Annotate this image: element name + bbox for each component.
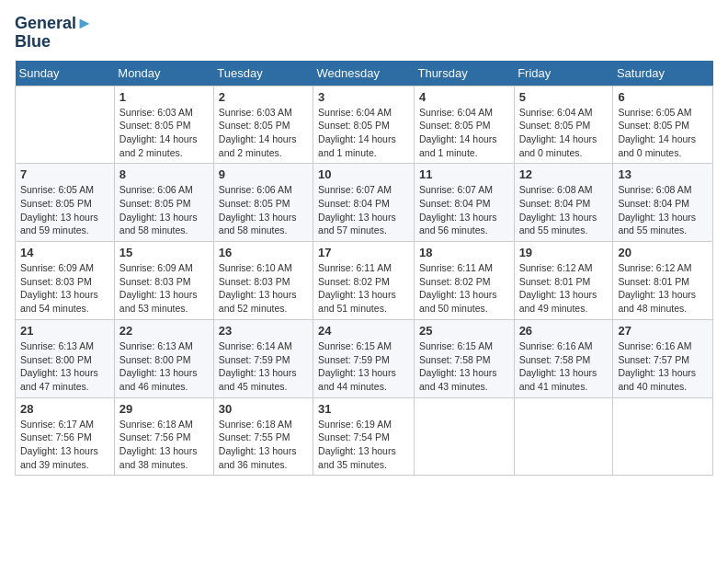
day-info: Sunrise: 6:11 AM Sunset: 8:02 PM Dayligh…: [318, 261, 409, 316]
day-number: 22: [119, 324, 209, 338]
day-info: Sunrise: 6:14 AM Sunset: 7:59 PM Dayligh…: [219, 339, 308, 394]
day-number: 26: [519, 324, 609, 338]
calendar-cell: 31Sunrise: 6:19 AM Sunset: 7:54 PM Dayli…: [313, 397, 415, 476]
day-number: 17: [318, 246, 409, 259]
day-number: 16: [219, 246, 308, 259]
calendar-cell: 8Sunrise: 6:06 AM Sunset: 8:05 PM Daylig…: [114, 164, 213, 242]
calendar-cell: 26Sunrise: 6:16 AM Sunset: 7:58 PM Dayli…: [514, 319, 613, 397]
day-info: Sunrise: 6:15 AM Sunset: 7:59 PM Dayligh…: [318, 339, 409, 394]
calendar-cell: 17Sunrise: 6:11 AM Sunset: 8:02 PM Dayli…: [313, 242, 415, 320]
day-info: Sunrise: 6:07 AM Sunset: 8:04 PM Dayligh…: [318, 183, 409, 237]
calendar-week-4: 21Sunrise: 6:13 AM Sunset: 8:00 PM Dayli…: [16, 319, 713, 397]
calendar-cell: 24Sunrise: 6:15 AM Sunset: 7:59 PM Dayli…: [313, 319, 415, 397]
day-info: Sunrise: 6:04 AM Sunset: 8:05 PM Dayligh…: [318, 106, 409, 160]
logo-text: General►Blue: [15, 15, 93, 52]
calendar-cell: 18Sunrise: 6:11 AM Sunset: 8:02 PM Dayli…: [414, 242, 514, 320]
calendar-cell: 28Sunrise: 6:17 AM Sunset: 7:56 PM Dayli…: [16, 397, 115, 476]
calendar-cell: [514, 397, 613, 476]
day-number: 4: [419, 90, 509, 104]
day-number: 30: [219, 402, 308, 416]
day-number: 18: [419, 246, 509, 259]
day-number: 8: [119, 167, 209, 181]
day-number: 2: [219, 90, 308, 104]
day-number: 14: [20, 246, 109, 259]
day-number: 19: [519, 246, 609, 259]
day-info: Sunrise: 6:12 AM Sunset: 8:01 PM Dayligh…: [618, 261, 708, 316]
day-info: Sunrise: 6:08 AM Sunset: 8:04 PM Dayligh…: [519, 183, 609, 237]
calendar-cell: 29Sunrise: 6:18 AM Sunset: 7:56 PM Dayli…: [114, 397, 213, 476]
calendar-cell: 7Sunrise: 6:05 AM Sunset: 8:05 PM Daylig…: [16, 164, 115, 242]
day-number: 15: [119, 246, 209, 259]
calendar-cell: 30Sunrise: 6:18 AM Sunset: 7:55 PM Dayli…: [213, 397, 313, 476]
weekday-header-thursday: Thursday: [414, 61, 514, 86]
day-info: Sunrise: 6:08 AM Sunset: 8:04 PM Dayligh…: [618, 183, 708, 237]
calendar-cell: 1Sunrise: 6:03 AM Sunset: 8:05 PM Daylig…: [114, 86, 213, 164]
day-info: Sunrise: 6:18 AM Sunset: 7:55 PM Dayligh…: [219, 418, 308, 472]
weekday-header-friday: Friday: [514, 61, 613, 86]
day-info: Sunrise: 6:05 AM Sunset: 8:05 PM Dayligh…: [20, 183, 109, 237]
day-number: 11: [419, 167, 509, 181]
day-info: Sunrise: 6:12 AM Sunset: 8:01 PM Dayligh…: [519, 261, 609, 316]
day-info: Sunrise: 6:06 AM Sunset: 8:05 PM Dayligh…: [119, 183, 209, 237]
calendar-cell: [613, 397, 713, 476]
day-info: Sunrise: 6:15 AM Sunset: 7:58 PM Dayligh…: [419, 339, 509, 394]
calendar-cell: 2Sunrise: 6:03 AM Sunset: 8:05 PM Daylig…: [213, 86, 313, 164]
calendar-cell: 21Sunrise: 6:13 AM Sunset: 8:00 PM Dayli…: [16, 319, 115, 397]
day-number: 6: [618, 90, 708, 104]
calendar-cell: 15Sunrise: 6:09 AM Sunset: 8:03 PM Dayli…: [114, 242, 213, 320]
day-info: Sunrise: 6:11 AM Sunset: 8:02 PM Dayligh…: [419, 261, 509, 316]
day-info: Sunrise: 6:16 AM Sunset: 7:58 PM Dayligh…: [519, 339, 609, 394]
calendar-cell: 20Sunrise: 6:12 AM Sunset: 8:01 PM Dayli…: [613, 242, 713, 320]
weekday-header-row: SundayMondayTuesdayWednesdayThursdayFrid…: [16, 61, 713, 86]
calendar-cell: 5Sunrise: 6:04 AM Sunset: 8:05 PM Daylig…: [514, 86, 613, 164]
day-info: Sunrise: 6:07 AM Sunset: 8:04 PM Dayligh…: [419, 183, 509, 237]
calendar-week-3: 14Sunrise: 6:09 AM Sunset: 8:03 PM Dayli…: [16, 242, 713, 320]
weekday-header-monday: Monday: [114, 61, 213, 86]
weekday-header-saturday: Saturday: [613, 61, 713, 86]
day-info: Sunrise: 6:13 AM Sunset: 8:00 PM Dayligh…: [119, 339, 209, 394]
day-info: Sunrise: 6:10 AM Sunset: 8:03 PM Dayligh…: [219, 261, 308, 316]
day-info: Sunrise: 6:18 AM Sunset: 7:56 PM Dayligh…: [119, 418, 209, 472]
calendar-week-5: 28Sunrise: 6:17 AM Sunset: 7:56 PM Dayli…: [16, 397, 713, 476]
day-number: 10: [318, 167, 409, 181]
calendar-cell: [16, 86, 115, 164]
header: General►Blue: [15, 15, 713, 52]
weekday-header-sunday: Sunday: [16, 61, 115, 86]
day-number: 9: [219, 167, 308, 181]
day-info: Sunrise: 6:05 AM Sunset: 8:05 PM Dayligh…: [618, 106, 708, 160]
day-info: Sunrise: 6:17 AM Sunset: 7:56 PM Dayligh…: [20, 418, 109, 472]
day-number: 31: [318, 402, 409, 416]
day-info: Sunrise: 6:04 AM Sunset: 8:05 PM Dayligh…: [419, 106, 509, 160]
calendar-cell: 6Sunrise: 6:05 AM Sunset: 8:05 PM Daylig…: [613, 86, 713, 164]
day-number: 3: [318, 90, 409, 104]
day-number: 1: [119, 90, 209, 104]
day-number: 20: [618, 246, 708, 259]
calendar-cell: 3Sunrise: 6:04 AM Sunset: 8:05 PM Daylig…: [313, 86, 415, 164]
calendar-cell: 11Sunrise: 6:07 AM Sunset: 8:04 PM Dayli…: [414, 164, 514, 242]
calendar-cell: 9Sunrise: 6:06 AM Sunset: 8:05 PM Daylig…: [213, 164, 313, 242]
calendar-cell: 10Sunrise: 6:07 AM Sunset: 8:04 PM Dayli…: [313, 164, 415, 242]
day-info: Sunrise: 6:04 AM Sunset: 8:05 PM Dayligh…: [519, 106, 609, 160]
calendar-cell: 13Sunrise: 6:08 AM Sunset: 8:04 PM Dayli…: [613, 164, 713, 242]
calendar-cell: 14Sunrise: 6:09 AM Sunset: 8:03 PM Dayli…: [16, 242, 115, 320]
day-info: Sunrise: 6:16 AM Sunset: 7:57 PM Dayligh…: [618, 339, 708, 394]
calendar-week-1: 1Sunrise: 6:03 AM Sunset: 8:05 PM Daylig…: [16, 86, 713, 164]
calendar-cell: 4Sunrise: 6:04 AM Sunset: 8:05 PM Daylig…: [414, 86, 514, 164]
calendar-cell: 25Sunrise: 6:15 AM Sunset: 7:58 PM Dayli…: [414, 319, 514, 397]
weekday-header-tuesday: Tuesday: [213, 61, 313, 86]
calendar-week-2: 7Sunrise: 6:05 AM Sunset: 8:05 PM Daylig…: [16, 164, 713, 242]
day-number: 25: [419, 324, 509, 338]
calendar-cell: 16Sunrise: 6:10 AM Sunset: 8:03 PM Dayli…: [213, 242, 313, 320]
day-number: 13: [618, 167, 708, 181]
day-number: 27: [618, 324, 708, 338]
day-number: 24: [318, 324, 409, 338]
day-info: Sunrise: 6:19 AM Sunset: 7:54 PM Dayligh…: [318, 418, 409, 472]
day-info: Sunrise: 6:06 AM Sunset: 8:05 PM Dayligh…: [219, 183, 308, 237]
day-info: Sunrise: 6:09 AM Sunset: 8:03 PM Dayligh…: [119, 261, 209, 316]
calendar-cell: 12Sunrise: 6:08 AM Sunset: 8:04 PM Dayli…: [514, 164, 613, 242]
day-number: 5: [519, 90, 609, 104]
day-number: 12: [519, 167, 609, 181]
calendar-cell: 23Sunrise: 6:14 AM Sunset: 7:59 PM Dayli…: [213, 319, 313, 397]
calendar-cell: 19Sunrise: 6:12 AM Sunset: 8:01 PM Dayli…: [514, 242, 613, 320]
logo: General►Blue: [15, 15, 93, 52]
